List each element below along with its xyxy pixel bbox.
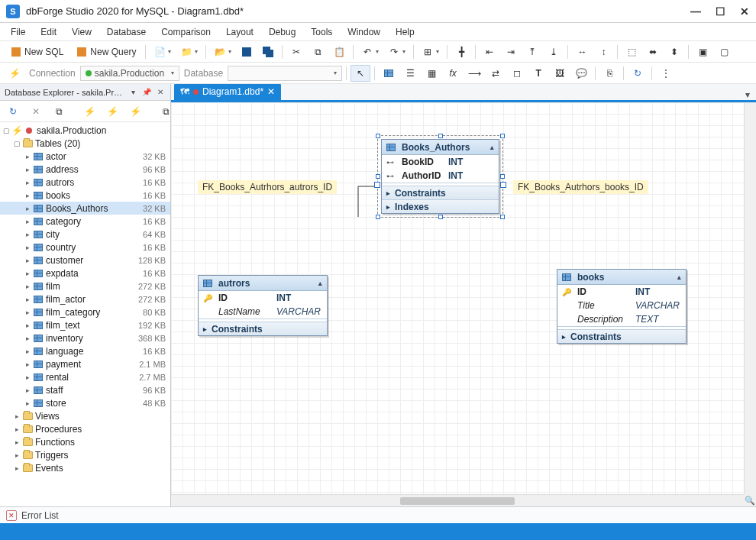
connect-button[interactable]: ⚡: [5, 65, 24, 82]
container-button[interactable]: ◻: [507, 65, 527, 82]
new-query-button[interactable]: New Query: [70, 44, 141, 60]
entity-section-constraints[interactable]: ▸Constraints: [382, 186, 499, 199]
menu-help[interactable]: Help: [388, 24, 422, 40]
expand-icon[interactable]: ▸: [23, 153, 32, 160]
options-button[interactable]: ⋮: [656, 65, 676, 82]
tree-table-row[interactable]: ▸Books_Authors32 KB: [0, 202, 170, 215]
tree-table-row[interactable]: ▸staff96 KB: [0, 383, 170, 396]
entity-header[interactable]: books ▴: [557, 270, 686, 285]
tab-close-button[interactable]: ✕: [267, 86, 275, 97]
new-file-button[interactable]: 📄▾: [150, 44, 175, 60]
table-tool-button[interactable]: [379, 65, 399, 82]
note-button[interactable]: 💬: [571, 65, 591, 82]
fk-label-right[interactable]: FK_Books_Autrhors_books_ID: [513, 180, 648, 194]
expand-icon[interactable]: ▸: [23, 179, 32, 186]
tree-table-row[interactable]: ▸actor32 KB: [0, 150, 170, 163]
paste-button[interactable]: 📋: [329, 44, 349, 60]
expand-icon[interactable]: ▸: [23, 205, 32, 212]
expand-icon[interactable]: ▸: [23, 296, 32, 303]
pointer-tool-button[interactable]: ↖: [351, 65, 370, 82]
menu-window[interactable]: Window: [340, 24, 388, 40]
expand-icon[interactable]: ▸: [23, 270, 32, 277]
align-left-button[interactable]: ⇤: [480, 44, 499, 60]
entity-column[interactable]: ⊷ AuthorID INT: [382, 169, 499, 183]
grid-tool-button[interactable]: ▦: [422, 65, 441, 82]
tree-table-row[interactable]: ▸autrors16 KB: [0, 176, 170, 189]
tree-table-row[interactable]: ▸address96 KB: [0, 163, 170, 176]
collapse-icon[interactable]: ▴: [677, 273, 681, 281]
expand-icon[interactable]: ▸: [23, 386, 32, 394]
expand-icon[interactable]: ▸: [23, 322, 32, 329]
entity-autrors[interactable]: autrors ▴ 🔑 ID INT LastName VARCHAR ▸Con…: [198, 275, 328, 336]
tree-table-row[interactable]: ▸expdata16 KB: [0, 267, 170, 280]
tab-diagram[interactable]: 🗺 Diagram1.dbd* ✕: [174, 84, 281, 100]
save-all-button[interactable]: [258, 44, 278, 60]
list-tool-button[interactable]: ☰: [400, 65, 420, 82]
send-back-button[interactable]: ▢: [714, 44, 734, 60]
entity-column[interactable]: Description TEXT: [557, 312, 686, 326]
collapse-icon[interactable]: ▴: [490, 144, 494, 151]
entity-column[interactable]: Title VARCHAR: [557, 299, 686, 312]
tree-table-row[interactable]: ▸books16 KB: [0, 189, 170, 202]
entity-section-constraints[interactable]: ▸Constraints: [199, 322, 327, 335]
menu-view[interactable]: View: [64, 24, 99, 40]
save-button[interactable]: [237, 44, 257, 60]
menu-comparison[interactable]: Comparison: [153, 24, 218, 40]
database-dropdown[interactable]: ▾: [228, 66, 342, 81]
new-sql-button[interactable]: New SQL: [5, 44, 69, 60]
entity-books-authors[interactable]: Books_Authors ▴ ⊷ BookID INT ⊷ AuthorID …: [381, 139, 499, 214]
horizontal-scrollbar[interactable]: [171, 494, 744, 506]
expand-icon[interactable]: ▸: [12, 438, 21, 446]
explorer-newconn-button[interactable]: ⚡: [79, 103, 99, 120]
menu-debug[interactable]: Debug: [261, 24, 303, 40]
expand-icon[interactable]: ▸: [12, 451, 21, 459]
connection-dropdown[interactable]: sakila.Production ▾: [80, 66, 179, 81]
entity-column[interactable]: ⊷ BookID INT: [382, 155, 499, 169]
tree-table-row[interactable]: ▸city64 KB: [0, 228, 170, 241]
align-bottom-button[interactable]: ⤓: [544, 44, 564, 60]
explorer-disconn-button[interactable]: ⚡: [102, 103, 122, 120]
new-project-button[interactable]: 📁▾: [176, 44, 202, 60]
size-same-button[interactable]: ⬚: [622, 44, 641, 60]
tree-table-row[interactable]: ▸customer128 KB: [0, 254, 170, 267]
entity-header[interactable]: autrors ▴: [199, 276, 327, 291]
minimize-button[interactable]: —: [690, 6, 701, 17]
cut-button[interactable]: ✂: [286, 44, 306, 60]
open-button[interactable]: 📂▾: [210, 44, 235, 60]
diagram-canvas[interactable]: FK_Books_Autrhors_autrors_ID FK_Books_Au…: [171, 102, 756, 506]
expand-icon[interactable]: ▸: [23, 309, 32, 316]
expand-icon[interactable]: ▸: [23, 166, 32, 173]
expand-icon[interactable]: ▢: [2, 127, 11, 134]
undo-button[interactable]: ↶▾: [357, 44, 383, 60]
tree-table-row[interactable]: ▸payment2.1 MB: [0, 357, 170, 370]
tree-table-row[interactable]: ▸country16 KB: [0, 241, 170, 254]
expand-icon[interactable]: ▸: [23, 361, 32, 368]
tree-table-row[interactable]: ▸inventory368 KB: [0, 331, 170, 344]
expand-icon[interactable]: ▸: [23, 257, 32, 264]
expand-icon[interactable]: ▸: [23, 399, 32, 407]
tree-tables-node[interactable]: ▢ Tables (20): [0, 137, 170, 150]
tree-table-row[interactable]: ▸store48 KB: [0, 396, 170, 409]
entity-column[interactable]: 🔑 ID INT: [199, 291, 327, 305]
fk-label-left[interactable]: FK_Books_Autrhors_autrors_ID: [198, 180, 337, 194]
expand-icon[interactable]: ▸: [23, 192, 32, 199]
expand-icon[interactable]: ▸: [23, 244, 32, 251]
copy-button[interactable]: ⧉: [308, 44, 328, 60]
distribute-h-button[interactable]: ↔: [572, 44, 592, 60]
window-arrange-button[interactable]: ⊞▾: [418, 44, 443, 60]
tree-table-row[interactable]: ▸rental2.7 MB: [0, 370, 170, 383]
export-button[interactable]: ⎘: [599, 65, 619, 82]
link-button[interactable]: ⇄: [486, 65, 506, 82]
menu-edit[interactable]: Edit: [33, 24, 64, 40]
entity-column[interactable]: LastName VARCHAR: [199, 305, 327, 319]
redo-button[interactable]: ↷▾: [384, 44, 409, 60]
entity-section-constraints[interactable]: ▸Constraints: [557, 329, 686, 343]
function-button[interactable]: fx: [443, 65, 463, 82]
refresh-button[interactable]: ↻: [628, 65, 648, 82]
entity-section-indexes[interactable]: ▸Indexes: [382, 199, 499, 213]
entity-books[interactable]: books ▴ 🔑 ID INT Title VARCHAR Descripti…: [557, 269, 687, 344]
explorer-delete-button[interactable]: ✕: [26, 103, 46, 120]
expand-icon[interactable]: ▸: [23, 373, 32, 381]
expand-icon[interactable]: ▸: [23, 218, 32, 225]
size-height-button[interactable]: ⬍: [664, 44, 684, 60]
